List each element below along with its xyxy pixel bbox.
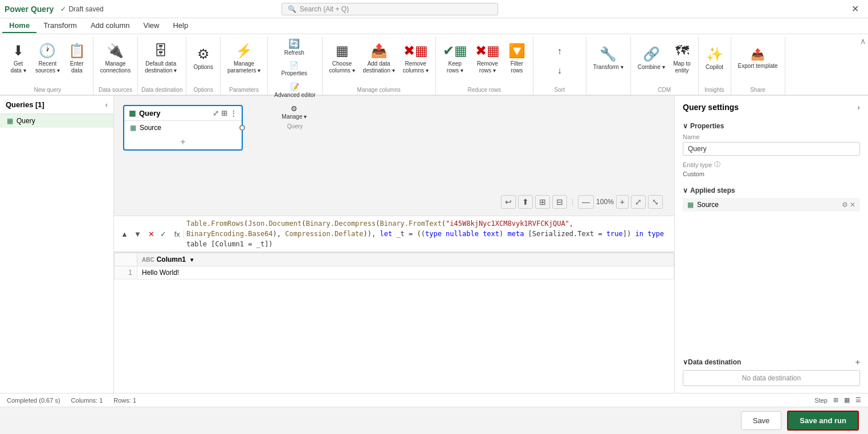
diagram-view-button[interactable]: ⊟ xyxy=(552,195,567,209)
manage-params-icon: ⚡ xyxy=(235,43,252,59)
filter-rows-button[interactable]: 🔽 Filterrows xyxy=(504,36,529,80)
ribbon-group-query: 🔄 Refresh 📄 Properties 📝 Advanced editor… xyxy=(268,36,322,95)
step-settings-icon[interactable]: ⚙ xyxy=(842,201,848,209)
choose-columns-button[interactable]: ▦ Choosecolumns ▾ xyxy=(326,36,358,80)
transform-button[interactable]: 🔧 Transform ▾ xyxy=(590,36,627,80)
right-panel-expand-icon[interactable]: › xyxy=(857,103,860,112)
formula-bar: ▲ ▼ ✕ ✓ fx Table.FromRows(Json.Document(… xyxy=(114,216,674,252)
col1-name: Column1 xyxy=(157,255,186,263)
refresh-button[interactable]: 🔄 Refresh xyxy=(271,36,317,57)
export-template-label: Export template xyxy=(738,63,778,69)
transform-icon: 🔧 xyxy=(600,46,617,62)
formula-up-button[interactable]: ▲ xyxy=(119,229,131,240)
ribbon-group-sort: ↑ ↓ Sort xyxy=(533,36,586,95)
applied-steps-chevron: ∨ xyxy=(683,186,688,194)
schema-icon[interactable]: ⊞ xyxy=(833,396,838,404)
expand-node-icon[interactable]: ⤢ xyxy=(213,109,219,117)
new-query-label: New query xyxy=(6,86,89,95)
manage-cols-label: Manage columns xyxy=(326,86,432,95)
formula-cancel-button[interactable]: ✕ xyxy=(146,229,157,240)
insights-label: Insights xyxy=(702,86,727,95)
search-bar[interactable]: 🔍 Search (Alt + Q) xyxy=(282,3,498,15)
save-button[interactable]: Save xyxy=(741,411,782,430)
add-step-button[interactable]: + xyxy=(124,135,242,149)
applied-step-icon: ▦ xyxy=(687,201,694,209)
query-node: ▦ Query ⤢ ⊞ ⋮ ▦ Source + xyxy=(123,105,243,151)
ribbon-group-reduce-rows: ✔▦ Keeprows ▾ ✖▦ Removerows ▾ 🔽 Filterro… xyxy=(436,36,533,95)
menu-help[interactable]: Help xyxy=(166,19,195,33)
sort-desc-icon: ↓ xyxy=(557,66,562,76)
copy-node-icon[interactable]: ⊞ xyxy=(221,109,227,117)
applied-step-name: Source xyxy=(697,201,719,209)
name-field-value[interactable]: Query xyxy=(683,142,860,156)
zoom-out-button[interactable]: — xyxy=(578,195,594,209)
more-node-icon[interactable]: ⋮ xyxy=(230,109,237,117)
sort-asc-button[interactable]: ↑ xyxy=(537,43,582,60)
default-data-dest-icon: 🗄 xyxy=(154,43,168,59)
remove-columns-button[interactable]: ✖▦ Removecolumns ▾ xyxy=(400,36,432,80)
data-dest-add-icon[interactable]: + xyxy=(855,358,860,367)
add-data-dest-label: Add datadestination ▾ xyxy=(363,60,395,74)
query-node-name: Query xyxy=(136,109,213,117)
ribbon-group-data-sources: 🔌 Manageconnections Data sources xyxy=(93,36,138,95)
choose-columns-label: Choosecolumns ▾ xyxy=(329,60,355,74)
map-to-entity-label: Map toentity xyxy=(673,60,691,74)
enter-data-button[interactable]: 📋 Enterdata xyxy=(64,36,89,80)
col-dropdown-icon[interactable]: ▾ xyxy=(190,257,193,263)
column1-header[interactable]: ABC Column1 ▾ xyxy=(137,253,674,266)
ribbon-collapse-button[interactable]: ∧ xyxy=(860,36,866,46)
step-delete-icon[interactable]: ✕ xyxy=(850,201,855,209)
add-data-dest-button[interactable]: 📤 Add datadestination ▾ xyxy=(360,36,398,80)
manage-connections-icon: 🔌 xyxy=(107,43,124,59)
combine-button[interactable]: 🔗 Combine ▾ xyxy=(634,36,669,80)
applied-step-source[interactable]: ▦ Source ⚙ ✕ xyxy=(683,198,860,212)
query-step-source[interactable]: ▦ Source xyxy=(124,121,242,135)
applied-steps-section: ∨ Applied steps xyxy=(683,186,860,194)
undo-button[interactable]: ↩ xyxy=(501,195,516,209)
default-data-dest-button[interactable]: 🗄 Default datadestination ▾ xyxy=(141,36,180,80)
transform-label: Transform ▾ xyxy=(593,64,624,70)
menu-transform[interactable]: Transform xyxy=(36,19,84,33)
sort-asc-icon: ↑ xyxy=(557,46,562,56)
list-icon[interactable]: ☰ xyxy=(855,396,861,404)
formula-content[interactable]: Table.FromRows(Json.Document(Binary.Deco… xyxy=(186,218,670,249)
collapse-panel-icon[interactable]: ‹ xyxy=(105,100,108,109)
schema-view-button[interactable]: ⊞ xyxy=(535,195,550,209)
menu-home[interactable]: Home xyxy=(2,19,36,33)
export-template-button[interactable]: 📤 Export template xyxy=(735,36,781,80)
formula-down-button[interactable]: ▼ xyxy=(132,229,144,240)
fit-view-button[interactable]: ⤢ xyxy=(631,195,646,209)
properties-button[interactable]: 📄 Properties xyxy=(271,58,317,79)
manage-params-button[interactable]: ⚡ Manageparameters ▾ xyxy=(224,36,264,80)
table-icon[interactable]: ▦ xyxy=(844,396,850,404)
menu-view[interactable]: View xyxy=(137,19,166,33)
keep-rows-button[interactable]: ✔▦ Keeprows ▾ xyxy=(439,36,471,80)
options-icon: ⚙ xyxy=(197,46,210,62)
close-button[interactable]: ✕ xyxy=(847,3,863,14)
ribbon: ⬇ Getdata ▾ 🕐 Recentsources ▾ 📋 Enterdat… xyxy=(0,34,868,96)
filter-rows-label: Filterrows xyxy=(511,60,523,74)
right-panel: Query settings › ∨ Properties Name Query… xyxy=(674,96,868,393)
zoom-in-button[interactable]: + xyxy=(616,195,629,209)
copilot-button[interactable]: ✨ Copilot xyxy=(702,36,727,80)
map-to-entity-button[interactable]: 🗺 Map toentity xyxy=(670,36,695,80)
query-list-item[interactable]: ▦ Query xyxy=(0,114,113,128)
sort-desc-button[interactable]: ↓ xyxy=(537,62,582,79)
queries-title: Queries [1] xyxy=(6,100,44,109)
move-up-button[interactable]: ⬆ xyxy=(518,195,533,209)
right-panel-header: Query settings › xyxy=(683,103,860,112)
remove-rows-button[interactable]: ✖▦ Removerows ▾ xyxy=(472,36,503,80)
manage-params-label: Manageparameters ▾ xyxy=(227,60,260,74)
recent-sources-button[interactable]: 🕐 Recentsources ▾ xyxy=(32,36,63,80)
recent-sources-icon: 🕐 xyxy=(39,43,56,59)
enter-data-icon: 📋 xyxy=(68,43,85,59)
name-field-label: Name xyxy=(683,133,860,140)
options-button[interactable]: ⚙ Options xyxy=(190,36,216,80)
save-and-run-button[interactable]: Save and run xyxy=(787,411,859,431)
manage-connections-button[interactable]: 🔌 Manageconnections xyxy=(97,36,134,80)
options-label: Options xyxy=(193,64,213,70)
formula-confirm-button[interactable]: ✓ xyxy=(158,229,169,240)
full-view-button[interactable]: ⤡ xyxy=(648,195,663,209)
get-data-button[interactable]: ⬇ Getdata ▾ xyxy=(6,36,31,80)
menu-add-column[interactable]: Add column xyxy=(84,19,137,33)
